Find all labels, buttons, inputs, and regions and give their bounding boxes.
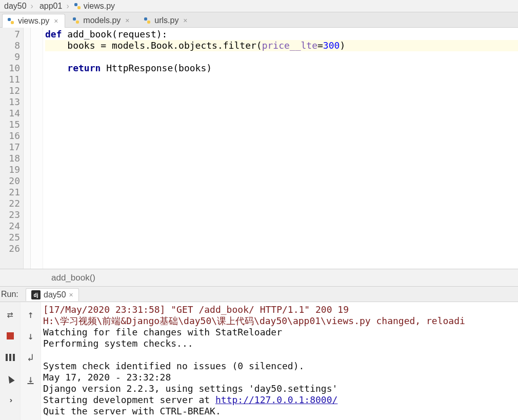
code-area[interactable]: def add_book(request): books = models.Bo… — [43, 28, 518, 269]
svg-rect-6 — [144, 17, 147, 21]
code-line: books = models.Book.objects.filter(price… — [45, 40, 518, 51]
code-line — [45, 74, 518, 85]
layout-icon[interactable] — [3, 350, 17, 365]
breadcrumb-item[interactable]: app01 — [35, 2, 65, 11]
tab-label: models.py — [83, 16, 121, 25]
line-number: 25 — [0, 232, 20, 243]
marker-strip — [31, 28, 43, 269]
svg-rect-5 — [76, 21, 79, 24]
code-line: def add_book(request): — [45, 29, 518, 40]
line-number: 13 — [0, 96, 20, 108]
line-number: 19 — [0, 164, 20, 175]
server-url-link[interactable]: http://127.0.0.1:8000/ — [215, 394, 337, 405]
run-toolbar-left: ⇄ ›› — [0, 302, 21, 420]
code-line: return HttpResponse(books) — [45, 63, 518, 74]
soft-wrap-icon[interactable]: ↲ — [24, 350, 38, 365]
breadcrumb-label: app01 — [39, 2, 63, 11]
line-number: 8 — [0, 40, 20, 51]
console-line: [17/May/2020 23:31:58] "GET /add_book/ H… — [43, 304, 518, 315]
down-arrow-icon[interactable]: ↓ — [24, 329, 38, 343]
run-toolbar-right: ↑ ↓ ↲ ↓ — [21, 302, 41, 420]
run-tab-label: day50 — [44, 290, 66, 299]
tab-label: views.py — [18, 16, 49, 26]
scroll-to-end-icon[interactable]: ↓ — [24, 372, 38, 386]
code-line — [45, 108, 518, 119]
close-icon[interactable]: × — [182, 16, 189, 25]
line-number: 16 — [0, 130, 20, 142]
console-line: Watching for file changes with StatReloa… — [43, 327, 518, 338]
line-number: 15 — [0, 119, 20, 130]
close-icon[interactable]: × — [69, 291, 73, 299]
tab-views[interactable]: views.py × — [2, 14, 65, 28]
breadcrumb-item[interactable]: views.py — [71, 2, 117, 11]
run-label: Run: — [0, 290, 21, 299]
run-tab[interactable]: dj day50 × — [26, 288, 79, 301]
console-line: Performing system checks... — [43, 338, 518, 349]
code-line — [45, 187, 518, 198]
fold-strip — [24, 28, 31, 269]
editor-tabs: views.py × models.py × urls.py × — [0, 12, 518, 28]
line-number: 14 — [0, 108, 20, 119]
code-line — [45, 175, 518, 187]
line-number: 9 — [0, 51, 20, 63]
svg-rect-1 — [77, 6, 81, 9]
code-line — [45, 153, 518, 164]
svg-rect-0 — [74, 3, 77, 6]
tab-label: urls.py — [154, 16, 178, 25]
breadcrumb-label: day50 — [4, 2, 27, 11]
up-arrow-icon[interactable]: ↑ — [24, 307, 38, 322]
line-number: 7 — [0, 29, 20, 40]
rerun-icon[interactable]: ⇄ — [3, 307, 17, 322]
chevron-right-icon: › — [66, 2, 69, 11]
code-line — [45, 85, 518, 96]
pin-icon[interactable] — [3, 372, 17, 386]
line-number: 20 — [0, 175, 20, 187]
line-number: 17 — [0, 142, 20, 153]
breadcrumb-item[interactable]: day50 — [2, 2, 29, 11]
console-output[interactable]: [17/May/2020 23:31:58] "GET /add_book/ H… — [41, 302, 518, 420]
line-number: 12 — [0, 85, 20, 96]
console-line: Starting development server at http://12… — [43, 394, 518, 406]
tab-urls[interactable]: urls.py × — [138, 13, 194, 27]
line-number: 11 — [0, 74, 20, 85]
code-line — [45, 142, 518, 153]
svg-rect-3 — [11, 21, 14, 24]
line-number: 23 — [0, 209, 20, 221]
python-file-icon — [7, 17, 15, 25]
close-icon[interactable]: × — [52, 17, 59, 25]
line-number-gutter: 7891011121314151617181920212223242526 — [0, 28, 24, 269]
line-number: 10 — [0, 63, 20, 74]
code-line — [45, 96, 518, 108]
python-file-icon — [72, 16, 80, 25]
svg-rect-2 — [8, 18, 11, 21]
tab-models[interactable]: models.py × — [67, 13, 136, 27]
close-icon[interactable]: × — [124, 16, 131, 25]
svg-rect-7 — [147, 21, 150, 24]
code-line — [45, 164, 518, 175]
console-line: Quit the server with CTRL-BREAK. — [43, 406, 518, 417]
console-line: Django version 2.2.3, using settings 'da… — [43, 383, 518, 394]
line-number: 26 — [0, 243, 20, 254]
line-number: 22 — [0, 198, 20, 209]
structure-label: add_book() — [51, 273, 95, 283]
console-line: May 17, 2020 - 23:32:28 — [43, 372, 518, 383]
console-line — [43, 349, 518, 361]
console-line: H:\学习视频\前端&Django基础\day50\课上代码\day50\app… — [43, 315, 518, 327]
code-line — [45, 119, 518, 130]
code-line — [45, 232, 518, 243]
line-number: 18 — [0, 153, 20, 164]
console-line: System check identified no issues (0 sil… — [43, 361, 518, 372]
code-line — [45, 130, 518, 142]
code-editor[interactable]: 7891011121314151617181920212223242526 de… — [0, 28, 518, 269]
stop-icon[interactable] — [3, 329, 17, 343]
code-line — [45, 51, 518, 63]
more-icon[interactable]: ›› — [3, 393, 17, 408]
code-line — [45, 209, 518, 221]
run-header: Run: dj day50 × — [0, 287, 518, 302]
python-file-icon — [143, 16, 151, 25]
code-line — [45, 243, 518, 254]
code-line — [45, 221, 518, 232]
breadcrumb: day50 › app01 › views.py — [0, 0, 518, 12]
code-line — [45, 198, 518, 209]
structure-breadcrumb[interactable]: add_book() — [0, 269, 518, 287]
